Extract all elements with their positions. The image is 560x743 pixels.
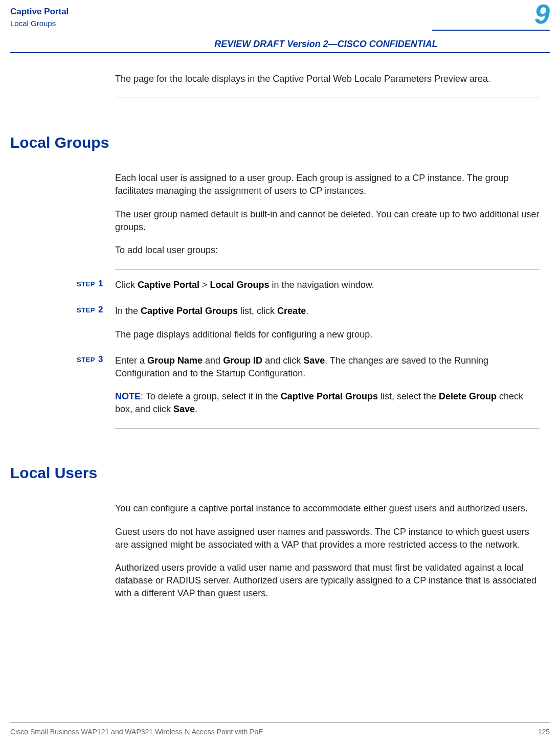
local-users-p1: You can configure a captive portal insta… — [115, 502, 540, 515]
intro-paragraph: The page for the locale displays in the … — [115, 73, 540, 85]
review-draft-banner: REVIEW DRAFT Version 2—CISCO CONFIDENTIA… — [113, 39, 540, 50]
local-users-heading: Local Users — [10, 464, 540, 482]
chapter-underline — [432, 30, 550, 31]
step-2: STEP2 In the Captive Portal Groups list,… — [115, 305, 540, 341]
footer-rule — [10, 722, 550, 723]
local-groups-p3: To add local user groups: — [115, 244, 540, 257]
section-rule — [115, 98, 540, 98]
page-header: Captive Portal Local Groups 9 REVIEW DRA… — [0, 0, 560, 46]
note-label: NOTE — [115, 391, 141, 401]
header-rule — [10, 52, 550, 53]
step-1-label: STEP1 — [77, 279, 103, 289]
step-1-text: Click Captive Portal > Local Groups in t… — [115, 279, 540, 291]
step-2-label: STEP2 — [77, 305, 103, 315]
chapter-title: Captive Portal — [10, 6, 540, 17]
local-groups-heading: Local Groups — [10, 134, 540, 151]
local-groups-p2: The user group named default is built-in… — [115, 208, 540, 234]
page-footer: Cisco Small Business WAP121 and WAP321 W… — [10, 728, 550, 736]
p2-default: default — [211, 209, 238, 219]
step-3-label: STEP3 — [77, 354, 103, 365]
page-content: The page for the locale displays in the … — [0, 73, 560, 600]
step-3: STEP3 Enter a Group Name and Group ID an… — [115, 354, 540, 416]
step-2-sub: The page displays additional fields for … — [115, 328, 540, 341]
section-name: Local Groups — [10, 18, 540, 29]
footer-left: Cisco Small Business WAP121 and WAP321 W… — [10, 728, 263, 736]
step-1: STEP1 Click Captive Portal > Local Group… — [115, 279, 540, 291]
local-users-p3: Authorized users provide a valid user na… — [115, 561, 540, 600]
p2-a: The user group named — [115, 209, 211, 219]
step-2-text: In the Captive Portal Groups list, click… — [115, 305, 540, 318]
steps-rule-bottom — [115, 428, 540, 429]
local-users-p2: Guest users do not have assigned user na… — [115, 526, 540, 551]
chapter-number: 9 — [534, 0, 550, 28]
step-3-text: Enter a Group Name and Group ID and clic… — [115, 354, 540, 380]
local-groups-p1: Each local user is assigned to a user gr… — [115, 172, 540, 197]
page-number: 125 — [538, 728, 550, 736]
steps-rule-top — [115, 269, 540, 269]
step-3-note: NOTE: To delete a group, select it in th… — [115, 390, 540, 416]
